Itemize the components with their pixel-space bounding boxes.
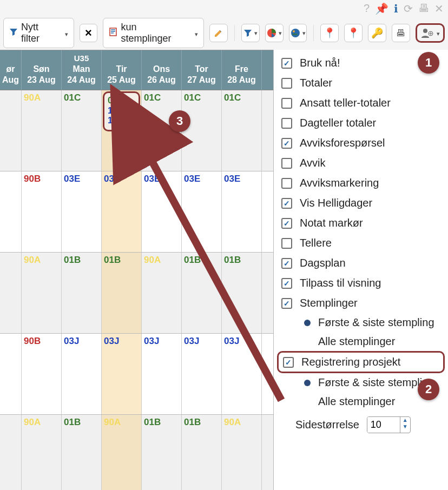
calendar-cell[interactable]: 03E — [62, 171, 102, 252]
calendar-cell[interactable]: 01B — [62, 253, 102, 333]
option-tellere[interactable]: Tellere — [274, 233, 448, 253]
calendar-cell[interactable]: 03J — [102, 334, 142, 414]
checkbox-icon[interactable] — [281, 238, 292, 249]
filter-button[interactable]: Nytt filter — [3, 18, 74, 48]
bullet-icon — [304, 380, 311, 386]
funnel-dropdown[interactable] — [241, 24, 260, 42]
calendar-cell[interactable]: 01C — [182, 90, 222, 171]
sub-first-last-1[interactable]: Første & siste stempling — [274, 313, 448, 332]
checkbox-icon[interactable] — [281, 138, 292, 149]
chevron-down-icon — [193, 28, 198, 39]
option-avvik[interactable]: Avvik — [274, 153, 448, 173]
checkbox-icon[interactable] — [281, 78, 292, 89]
help-icon[interactable]: ? — [364, 2, 370, 15]
calendar-cell[interactable] — [0, 90, 22, 171]
option-label: Dagteller totaler — [300, 117, 376, 129]
checkbox-icon[interactable] — [281, 278, 292, 289]
calendar-cell[interactable] — [0, 415, 22, 490]
calendar-row: 90B03J03J03J03J03J — [0, 334, 273, 415]
option-dagsplan[interactable]: Dagsplan — [274, 253, 448, 273]
calendar-cell[interactable]: 01C — [62, 90, 102, 171]
checkbox-icon[interactable] — [281, 198, 292, 209]
calendar-cell[interactable]: 90A — [22, 415, 62, 490]
checkbox-icon[interactable] — [281, 58, 292, 69]
separator — [313, 25, 314, 41]
checkbox-icon[interactable] — [281, 118, 292, 129]
option-avviksforesp-rsel[interactable]: Avviksforespørsel — [274, 133, 448, 153]
calendar-cell[interactable]: 01B — [222, 253, 262, 333]
option-label: Stemplinger — [300, 297, 358, 309]
option-avviksmarkering[interactable]: Avviksmarkering — [274, 173, 448, 193]
checkbox-icon[interactable] — [283, 357, 294, 368]
calendar-cell[interactable]: 90A — [22, 253, 62, 333]
edit-button[interactable] — [209, 24, 228, 42]
checkbox-icon[interactable] — [281, 178, 292, 189]
option-label: Dagsplan — [300, 257, 346, 269]
print-icon[interactable]: 🖶 — [418, 2, 429, 15]
refresh-icon[interactable]: ⟳ — [404, 2, 413, 15]
calendar-cell[interactable] — [0, 253, 22, 333]
calendar-cell[interactable]: 03J — [142, 334, 182, 414]
calendar-cell[interactable]: 90A — [102, 415, 142, 490]
info-icon[interactable]: ℹ — [394, 2, 398, 15]
calendar-cell[interactable]: 90A — [222, 415, 262, 490]
window-controls: ? 📌 ℹ ⟳ 🖶 ✕ — [364, 2, 444, 15]
close-icon[interactable]: ✕ — [434, 2, 444, 15]
calendar-cell[interactable]: 01C — [222, 90, 262, 171]
svg-point-3 — [293, 30, 295, 32]
calendar-cell[interactable]: 03J — [182, 334, 222, 414]
option-totaler[interactable]: Totaler — [274, 73, 448, 93]
pagesize-input[interactable] — [367, 417, 400, 433]
pagesize-spinner[interactable]: ▲ ▼ — [367, 416, 411, 433]
option-registrering-prosjekt[interactable]: Registrering prosjekt — [277, 351, 445, 373]
option-label: Tilpass til visning — [300, 277, 381, 289]
settings-person-dropdown[interactable] — [416, 23, 445, 43]
calendar-cell[interactable]: 01B — [142, 415, 182, 490]
checkbox-icon[interactable] — [281, 158, 292, 169]
option-ansatt-teller-totaler[interactable]: Ansatt teller-totaler — [274, 93, 448, 113]
calendar-cell[interactable]: 90B — [22, 334, 62, 414]
calendar-cell[interactable]: 01B — [102, 253, 142, 333]
calendar-cell[interactable]: 03J — [222, 334, 262, 414]
spinner-down-icon[interactable]: ▼ — [400, 423, 410, 430]
calendar-cell[interactable] — [0, 171, 22, 252]
calendar-cell[interactable]: 03J — [62, 334, 102, 414]
print-button[interactable]: 🖶 — [392, 24, 410, 42]
option-label: Avvik — [300, 157, 325, 169]
option-vis-helligdager[interactable]: Vis Helligdager — [274, 193, 448, 213]
checkbox-icon[interactable] — [281, 298, 292, 309]
key-button[interactable]: 🔑 — [368, 24, 386, 42]
svg-rect-0 — [110, 28, 116, 36]
option-label: Avviksmarkering — [300, 177, 379, 189]
option-stemplinger[interactable]: Stemplinger — [274, 293, 448, 313]
svg-point-2 — [291, 29, 300, 37]
filter-clear-button[interactable]: × — [80, 24, 98, 42]
spinner-up-icon[interactable]: ▲ — [400, 417, 410, 423]
calendar-cell[interactable]: 01B — [62, 415, 102, 490]
chart-dropdown[interactable] — [265, 24, 284, 42]
option-notat-mark-r[interactable]: Notat markør — [274, 213, 448, 233]
option-dagteller-totaler[interactable]: Dagteller totaler — [274, 113, 448, 133]
calendar-cell[interactable]: 90B — [22, 171, 62, 252]
calendar-cell[interactable]: 03E — [222, 171, 262, 252]
calendar-cell[interactable]: 03E — [182, 171, 222, 252]
pin-icon[interactable]: 📌 — [375, 2, 388, 15]
calendar-cell[interactable] — [0, 334, 22, 414]
stamp-filter-button[interactable]: kun stemplinger — [103, 18, 203, 48]
calendar-cell[interactable]: 90A — [22, 90, 62, 171]
calendar-cell[interactable]: 03E — [102, 171, 142, 252]
sub-all-1[interactable]: Alle stemplinger — [274, 332, 448, 351]
checkbox-icon[interactable] — [281, 98, 292, 109]
pin-remove-button[interactable]: 📍 — [344, 24, 363, 42]
calendar-cell[interactable]: 01B — [182, 415, 222, 490]
option-tilpass-til-visning[interactable]: Tilpass til visning — [274, 273, 448, 293]
calendar-cell[interactable]: 01B — [182, 253, 222, 333]
calendar-cell[interactable]: 90A — [142, 253, 182, 333]
checkbox-icon[interactable] — [281, 258, 292, 269]
pin-add-button[interactable]: 📍 — [320, 24, 339, 42]
checkbox-icon[interactable] — [281, 218, 292, 229]
calendar-cell[interactable]: 03E — [142, 171, 182, 252]
globe-dropdown[interactable] — [289, 24, 307, 42]
stamp-box[interactable]: 01C10:1010:12 — [103, 91, 140, 131]
calendar-cell[interactable]: 01C10:1010:12 — [102, 90, 142, 171]
